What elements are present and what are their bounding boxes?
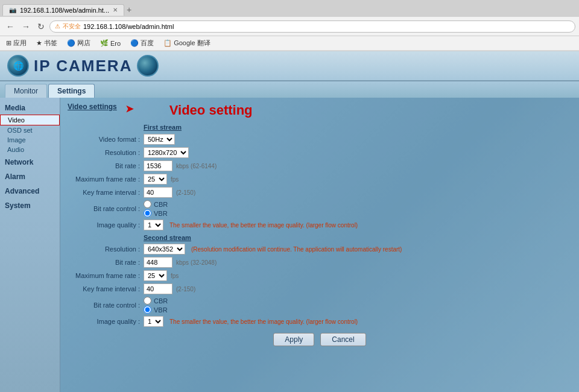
cbr-1-radio[interactable]: [144, 200, 151, 208]
first-stream-section-title: Video settings: [68, 103, 117, 111]
tab-title: 192.168.1.108/web/admin.ht...: [20, 7, 109, 14]
keyframe-2-hint: (2-150): [176, 286, 195, 292]
resolution-1-select[interactable]: 1280x720 640x480: [144, 147, 189, 158]
quality-2-row: Image quality : 1 2 3 The smaller the va…: [68, 316, 572, 327]
framerate-1-row: Maximum frame rate : 25 15 10 fps: [68, 174, 572, 185]
bitrate-control-1-label: Bit rate control :: [68, 205, 140, 212]
ipcam-title: IP CAMERA: [34, 57, 132, 75]
apply-button[interactable]: Apply: [273, 333, 314, 346]
video-format-label: Video format :: [68, 136, 140, 143]
quality-2-label: Image quality :: [68, 318, 140, 325]
address-bar[interactable]: ⚠ 不安全 192.168.1.108/web/admin.html: [49, 21, 575, 33]
resolution-2-label: Resolution :: [68, 245, 140, 253]
quality-1-select[interactable]: 1 2 3: [144, 220, 163, 230]
tab-favicon: 📷: [9, 7, 16, 13]
back-button[interactable]: ←: [4, 21, 17, 33]
second-stream-title: Second stream: [144, 234, 572, 241]
browser-chrome: 📷 192.168.1.108/web/admin.ht... ✕ + ← → …: [0, 0, 579, 51]
resolution-2-select[interactable]: 640x352 320x176: [144, 244, 185, 254]
tab-close-btn[interactable]: ✕: [113, 7, 118, 13]
bitrate-1-hint: kbps (62-6144): [176, 163, 217, 169]
quality-1-hint: The smaller the value, the better the im…: [169, 222, 358, 229]
bitrate-2-input[interactable]: [144, 257, 172, 268]
sidebar-header-alarm[interactable]: Alarm: [0, 170, 60, 183]
quality-2-hint: The smaller the value, the better the im…: [169, 318, 358, 325]
title-row: Video settings ➤ Video setting: [68, 103, 572, 121]
bookmarks-bar: ⊞ 应用 ★ 书签 🔵 网店 🌿 Ero 🔵 百度 📋 Google 翻译: [0, 36, 579, 51]
quality-1-label: Image quality :: [68, 221, 140, 229]
framerate-2-select[interactable]: 25 15: [144, 270, 167, 281]
keyframe-2-label: Key frame interval :: [68, 285, 140, 292]
bitrate-control-1-row: Bit rate control : CBR VBR: [68, 200, 572, 217]
vbr-1-radio[interactable]: [144, 209, 151, 217]
button-row: Apply Cancel: [68, 333, 572, 346]
bookmark-baidu[interactable]: 🔵 百度: [128, 38, 156, 48]
page-title: Video setting: [169, 103, 253, 118]
cbr-2-radio[interactable]: [144, 297, 151, 305]
sidebar-header-system[interactable]: System: [0, 199, 60, 212]
framerate-2-row: Maximum frame rate : 25 15 fps: [68, 270, 572, 281]
vbr-1-option[interactable]: VBR: [144, 209, 168, 217]
tab-monitor[interactable]: Monitor: [5, 84, 47, 98]
sidebar: Media Video OSD set Image Audio Network …: [0, 98, 60, 392]
bitrate-1-label: Bit rate :: [68, 162, 140, 169]
bitrate-control-2-row: Bit rate control : CBR VBR: [68, 297, 572, 314]
cbr-1-option[interactable]: CBR: [144, 200, 168, 208]
bookmark-stars[interactable]: ★ 书签: [34, 38, 60, 48]
sidebar-header-network[interactable]: Network: [0, 156, 60, 169]
url-text: 不安全: [63, 22, 81, 31]
main-panel: Video settings ➤ Video setting First str…: [60, 98, 579, 392]
bitrate-1-row: Bit rate : kbps (62-6144): [68, 160, 572, 171]
sidebar-item-osd[interactable]: OSD set: [0, 125, 60, 135]
framerate-1-unit: fps: [171, 176, 179, 183]
sidebar-section-system: System: [0, 199, 60, 212]
keyframe-1-label: Key frame interval :: [68, 189, 140, 196]
security-icon: ⚠: [55, 23, 60, 30]
framerate-2-unit: fps: [171, 273, 179, 279]
vbr-2-option[interactable]: VBR: [144, 306, 168, 314]
bitrate-2-label: Bit rate :: [68, 259, 140, 266]
bitrate-1-input[interactable]: [144, 160, 172, 171]
sidebar-item-audio[interactable]: Audio: [0, 145, 60, 154]
sidebar-header-advanced[interactable]: Advanced: [0, 185, 60, 198]
cbr-2-option[interactable]: CBR: [144, 297, 168, 305]
bitrate-control-2-group: CBR VBR: [144, 297, 168, 314]
sidebar-section-alarm: Alarm: [0, 170, 60, 183]
bookmark-ero[interactable]: 🌿 Ero: [98, 39, 123, 48]
keyframe-1-input[interactable]: [144, 187, 172, 198]
sidebar-header-media[interactable]: Media: [0, 101, 60, 115]
framerate-1-select[interactable]: 25 15 10: [144, 174, 167, 185]
arrow-icon: ➤: [125, 103, 133, 115]
url-display: 192.168.1.108/web/admin.html: [83, 23, 174, 30]
sidebar-section-advanced: Advanced: [0, 185, 60, 198]
new-tab-button[interactable]: +: [127, 5, 131, 14]
first-stream-label: First stream: [144, 123, 572, 131]
vbr-2-radio[interactable]: [144, 306, 151, 314]
keyframe-2-input[interactable]: [144, 283, 172, 294]
sidebar-item-video[interactable]: Video: [0, 115, 60, 125]
resolution-1-row: Resolution : 1280x720 640x480: [68, 147, 572, 158]
tab-settings[interactable]: Settings: [48, 84, 95, 98]
keyframe-1-hint: (2-150): [176, 189, 195, 196]
bitrate-2-row: Bit rate : kbps (32-2048): [68, 257, 572, 268]
bookmark-shop[interactable]: 🔵 网店: [65, 38, 93, 48]
active-tab[interactable]: 📷 192.168.1.108/web/admin.ht... ✕: [2, 4, 124, 16]
bookmark-apps[interactable]: ⊞ 应用: [4, 38, 29, 48]
resolution-2-row: Resolution : 640x352 320x176 (Resolution…: [68, 244, 572, 254]
framerate-1-label: Maximum frame rate :: [68, 175, 140, 183]
forward-button[interactable]: →: [19, 21, 33, 33]
sidebar-item-image[interactable]: Image: [0, 135, 60, 145]
keyframe-2-row: Key frame interval : (2-150): [68, 283, 572, 294]
resolution-1-label: Resolution :: [68, 149, 140, 156]
bookmark-google[interactable]: 📋 Google 翻译: [161, 38, 213, 48]
cancel-button[interactable]: Cancel: [320, 333, 365, 346]
main-content: 🌐 IP CAMERA Monitor Settings Media Video…: [0, 51, 579, 392]
reload-button[interactable]: ↻: [35, 21, 47, 33]
navigation-bar: ← → ↻ ⚠ 不安全 192.168.1.108/web/admin.html: [0, 17, 579, 36]
sidebar-section-media: Media Video OSD set Image Audio: [0, 101, 60, 154]
video-format-select[interactable]: 50Hz 60Hz: [144, 134, 175, 145]
sidebar-section-network: Network: [0, 156, 60, 169]
quality-2-select[interactable]: 1 2 3: [144, 316, 163, 327]
bitrate-control-1-group: CBR VBR: [144, 200, 168, 217]
framerate-2-label: Maximum frame rate :: [68, 272, 140, 279]
